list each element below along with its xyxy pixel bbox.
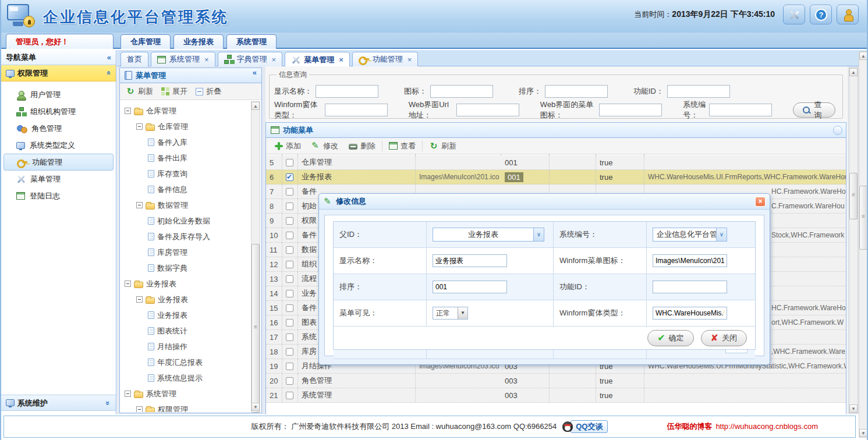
tree-node[interactable]: 备件及库存导入 (120, 229, 251, 244)
row-checkbox[interactable] (286, 217, 293, 225)
sidebar-item[interactable]: 登陆日志 (1, 187, 116, 204)
scrollbar-thumb[interactable] (251, 244, 260, 413)
query-input[interactable] (545, 85, 608, 98)
query-input[interactable] (316, 85, 378, 98)
row-checkbox[interactable] (286, 203, 293, 210)
tree-expander-icon[interactable] (136, 123, 143, 130)
sidebar-item[interactable]: 角色管理 (1, 120, 116, 137)
tab-item[interactable]: 系统管理× (151, 52, 215, 66)
tree-toolbar-expand-button[interactable]: 展开 (161, 86, 187, 97)
table-row[interactable]: 20角色管理003true (266, 374, 846, 388)
scrollbar-thumb[interactable] (849, 173, 858, 219)
tab-close-icon[interactable]: × (204, 55, 209, 64)
tab-item[interactable]: 字典管理× (218, 52, 283, 66)
dialog-header[interactable]: ✎ 修改信息 × (319, 194, 770, 210)
tab-item[interactable]: 首页 (121, 52, 148, 66)
query-input[interactable] (667, 85, 730, 98)
scrollbar-thumb[interactable] (859, 186, 867, 250)
tree-node[interactable]: 业务报表 (120, 307, 251, 323)
row-checkbox[interactable] (286, 319, 293, 327)
combo-field[interactable]: 业务报表∨ (433, 228, 544, 242)
tree-expander-icon[interactable] (136, 202, 143, 208)
tree-expander-icon[interactable] (125, 391, 131, 397)
tab-item[interactable]: 功能管理× (352, 52, 419, 66)
tree-expander-icon[interactable] (136, 296, 143, 303)
grid-toolbar-delete-button[interactable]: 删除 (343, 139, 381, 153)
tree-scrollbar[interactable]: ▲ ▼ (251, 101, 260, 411)
content-scrollbar[interactable]: ▲ ▼ (849, 68, 858, 413)
tree-node[interactable]: 库房管理 (120, 244, 251, 260)
tree-node[interactable]: 备件信息 (120, 182, 251, 197)
tree-node[interactable]: 系统信息提示 (120, 370, 251, 386)
tree-node[interactable]: 初始化业务数据 (120, 213, 251, 229)
tree-node[interactable]: 仓库管理 (120, 119, 251, 134)
query-input[interactable] (325, 104, 388, 116)
table-row[interactable]: 5仓库管理001true (266, 155, 846, 170)
query-input[interactable] (430, 85, 493, 98)
scroll-down-icon[interactable]: ▼ (251, 403, 260, 411)
row-checkbox[interactable] (286, 304, 293, 312)
top-tab[interactable]: 业务报表 (173, 34, 224, 49)
tab-active[interactable]: 菜单管理× (285, 52, 350, 67)
text-input[interactable] (433, 254, 507, 267)
row-checkbox[interactable] (286, 159, 293, 166)
text-input[interactable] (653, 254, 727, 267)
tree-node[interactable]: 权限管理 (120, 402, 251, 412)
tree-expander-icon[interactable] (125, 108, 131, 114)
query-input[interactable] (599, 104, 662, 116)
sidebar-item[interactable]: 系统类型定义 (1, 137, 116, 154)
grid-toolbar-add-button[interactable]: 添加 (270, 139, 306, 153)
table-row[interactable]: 6业务报表Images\MenuIcon\201.ico001trueWHC.W… (266, 170, 846, 184)
chevron-down-icon[interactable]: ∨ (533, 228, 544, 241)
row-checkbox[interactable] (286, 275, 293, 283)
sidebar-item[interactable]: 功能管理 (3, 154, 114, 171)
tree-node[interactable]: 系统管理 (120, 386, 251, 402)
query-input[interactable] (709, 104, 772, 116)
grid-toolbar-view-button[interactable]: 查看 (384, 139, 421, 153)
panel-tool-icon[interactable] (833, 126, 842, 135)
user-button[interactable] (837, 5, 859, 24)
tree-node[interactable]: 年度汇总报表 (120, 354, 251, 370)
tree-node[interactable]: 备件出库 (120, 150, 251, 166)
sidebar-collapse-icon[interactable]: « (107, 50, 111, 65)
row-checkbox[interactable] (286, 392, 293, 399)
scroll-up-icon[interactable]: ▲ (251, 102, 260, 110)
tree-node[interactable]: 业务报表 (120, 292, 251, 307)
blog-link[interactable]: http://wuhuacong.cnblogs.com (715, 422, 818, 431)
dialog-close-button[interactable]: × (755, 197, 766, 207)
combo-field[interactable]: 企业信息化平台管∨ (653, 228, 727, 242)
scroll-down-icon[interactable]: ▼ (859, 429, 867, 437)
settings-button[interactable] (783, 5, 805, 24)
search-button[interactable]: 查询 (793, 102, 835, 118)
row-checkbox[interactable] (286, 377, 293, 385)
accordion-permission[interactable]: 权限管理 » (1, 65, 116, 81)
tab-close-icon[interactable]: × (408, 55, 412, 64)
row-checkbox[interactable] (286, 348, 293, 356)
row-checkbox[interactable] (286, 173, 293, 181)
help-button[interactable]: ? (810, 5, 832, 24)
ok-button[interactable]: ✔确定 (647, 330, 693, 346)
scroll-down-icon[interactable]: ▼ (849, 404, 858, 413)
sidebar-item[interactable]: 组织机构管理 (1, 103, 116, 120)
tree-node[interactable]: 库存查询 (120, 166, 251, 182)
row-checkbox[interactable] (286, 246, 293, 254)
tree-node[interactable]: 仓库管理 (120, 103, 251, 119)
text-input[interactable] (653, 307, 727, 320)
text-input[interactable] (433, 281, 507, 293)
chevron-down-icon[interactable]: ∨ (716, 228, 727, 241)
sidebar-item[interactable]: 菜单管理 (1, 171, 116, 187)
tree-expander-icon[interactable] (136, 406, 143, 412)
row-checkbox[interactable] (286, 261, 293, 268)
row-checkbox[interactable] (286, 333, 293, 341)
dropdown-field[interactable]: 正常▼ (433, 307, 468, 320)
dropdown-arrow-icon[interactable]: ▼ (458, 307, 467, 319)
row-checkbox[interactable] (286, 290, 293, 297)
scroll-up-icon[interactable]: ▲ (859, 52, 867, 60)
text-input[interactable] (653, 281, 727, 293)
tree-node[interactable]: 图表统计 (120, 323, 251, 339)
top-tab[interactable]: 系统管理 (226, 34, 277, 49)
tree-toolbar-collapse-button[interactable]: 折叠 (196, 86, 221, 97)
page-scrollbar[interactable]: ▲ ▼ (859, 51, 868, 438)
row-checkbox[interactable] (286, 188, 293, 196)
tree-node[interactable]: 业务报表 (120, 276, 251, 292)
